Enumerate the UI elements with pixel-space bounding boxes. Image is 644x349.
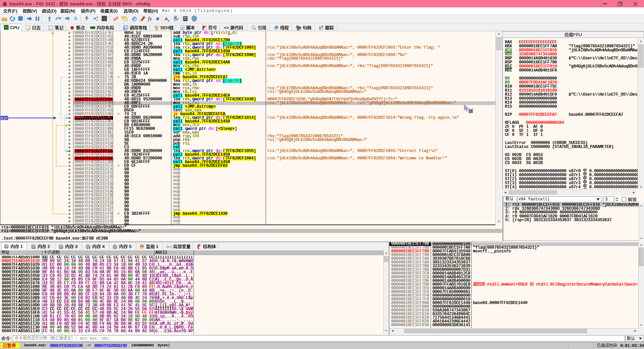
svg-text:[x=]: [x=] [167,245,172,248]
svg-text:{): {) [181,26,183,30]
svg-text:64: 64 [5,26,8,29]
svg-text:<>: <> [224,25,229,30]
svg-text:S: S [103,16,106,21]
svg-text:RIP: RIP [1,116,8,120]
svg-text:!: ! [157,29,158,31]
